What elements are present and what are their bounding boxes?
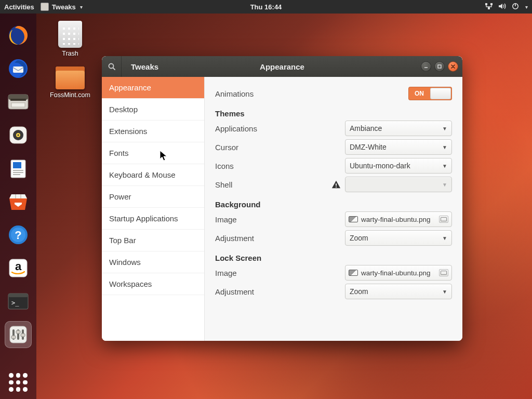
lock-image-value: warty-final-ubuntu.png [361, 269, 436, 277]
search-button[interactable] [102, 56, 122, 77]
chevron-down-icon: ▼ [442, 126, 447, 131]
cursor-label: Cursor [215, 143, 238, 152]
window-header: Appearance [260, 62, 304, 71]
animations-switch[interactable]: ON [408, 87, 452, 100]
power-icon[interactable] [512, 3, 519, 11]
window-title: Tweaks [122, 62, 158, 71]
lock-adjust-value: Zoom [350, 287, 439, 296]
volume-icon[interactable] [498, 3, 507, 11]
svg-text:>_: >_ [11, 299, 19, 307]
sidebar-item-topbar[interactable]: Top Bar [102, 230, 204, 251]
image-thumb-icon [349, 270, 358, 276]
open-file-icon [439, 216, 448, 223]
sidebar-item-workspaces[interactable]: Workspaces [102, 273, 204, 295]
dock-thunderbird[interactable] [5, 55, 32, 82]
svg-rect-35 [21, 334, 25, 337]
dock-tweaks[interactable] [5, 321, 32, 348]
svg-rect-27 [8, 294, 28, 297]
bg-adjust-value: Zoom [350, 234, 439, 242]
desktop-folder-fossmint[interactable]: FossMint.com [47, 66, 94, 99]
sidebar: Appearance Desktop Extensions Fonts Keyb… [102, 77, 205, 341]
topbar-clock[interactable]: Thu 16:44 [250, 3, 282, 11]
sidebar-item-keyboard[interactable]: Keyboard & Mouse [102, 164, 204, 186]
chevron-down-icon: ▾ [80, 4, 83, 10]
desktop-trash[interactable]: Trash [47, 21, 94, 57]
chevron-down-icon: ▼ [442, 144, 447, 150]
top-bar: Activities Tweaks ▾ Thu 16:44 ▾ [0, 0, 532, 14]
dock-firefox[interactable] [5, 22, 32, 49]
dock-software[interactable] [5, 188, 32, 215]
icons-combo[interactable]: Ubuntu-mono-dark ▼ [345, 158, 452, 174]
dock-writer[interactable] [5, 155, 32, 182]
topbar-app-menu[interactable]: Tweaks ▾ [41, 3, 83, 11]
bg-image-chooser[interactable]: warty-final-ubuntu.png [345, 211, 452, 227]
warning-icon [331, 180, 341, 189]
folder-icon [56, 66, 85, 89]
dock-files[interactable] [5, 88, 32, 115]
image-thumb-icon [349, 216, 358, 222]
activities-button[interactable]: Activities [4, 3, 34, 11]
lock-adjust-label: Adjustment [215, 287, 254, 296]
sidebar-item-appearance[interactable]: Appearance [102, 77, 204, 99]
close-button[interactable] [448, 61, 458, 72]
lock-image-chooser[interactable]: warty-final-ubuntu.png [345, 265, 452, 281]
sidebar-item-fonts[interactable]: Fonts [102, 142, 204, 164]
dock-terminal[interactable]: >_ [5, 288, 32, 315]
svg-rect-17 [13, 162, 21, 168]
cursor-value: DMZ-White [350, 143, 439, 151]
bg-image-label: Image [215, 215, 237, 224]
sidebar-item-power[interactable]: Power [102, 186, 204, 208]
topbar-app-label: Tweaks [52, 3, 76, 11]
desktop-folder-label: FossMint.com [47, 91, 94, 99]
lock-adjust-combo[interactable]: Zoom ▼ [345, 284, 452, 299]
maximize-button[interactable] [434, 61, 445, 72]
svg-rect-0 [485, 3, 487, 5]
search-icon [108, 62, 116, 71]
svg-rect-7 [13, 66, 23, 73]
dock-amazon[interactable]: a [5, 255, 32, 282]
svg-text:?: ? [15, 229, 21, 242]
window-controls [421, 61, 458, 72]
bg-adjust-label: Adjustment [215, 234, 254, 243]
bg-adjust-combo[interactable]: Zoom ▼ [345, 230, 452, 246]
chevron-down-icon: ▼ [442, 163, 447, 169]
content-pane: Animations ON Themes Applications Ambian… [205, 77, 462, 341]
chevron-down-icon: ▼ [442, 289, 447, 295]
svg-rect-33 [11, 336, 16, 339]
sidebar-item-extensions[interactable]: Extensions [102, 121, 204, 142]
lockscreen-heading: Lock Screen [215, 254, 452, 262]
sidebar-item-windows[interactable]: Windows [102, 251, 204, 273]
svg-rect-34 [16, 330, 20, 334]
tweaks-icon [41, 3, 49, 11]
sidebar-item-startup[interactable]: Startup Applications [102, 208, 204, 230]
svg-rect-4 [515, 3, 516, 6]
titlebar[interactable]: Tweaks Appearance [102, 56, 462, 77]
applications-combo[interactable]: Ambiance ▼ [345, 121, 452, 136]
tweaks-window: Tweaks Appearance Appearance Desktop Ext… [102, 56, 462, 341]
system-menu-chevron-icon[interactable]: ▾ [525, 4, 528, 10]
shell-combo: ▼ [345, 177, 452, 192]
dock-help[interactable]: ? [5, 221, 32, 248]
cursor-combo[interactable]: DMZ-White ▼ [345, 139, 452, 155]
icons-label: Icons [215, 162, 234, 170]
svg-line-37 [113, 68, 115, 70]
show-applications-button[interactable] [9, 373, 28, 392]
svg-rect-11 [11, 103, 25, 107]
svg-text:a: a [15, 260, 22, 273]
network-icon[interactable] [485, 3, 493, 11]
svg-rect-39 [438, 65, 441, 68]
bg-image-value: warty-final-ubuntu.png [361, 216, 436, 223]
switch-on-text: ON [408, 90, 430, 97]
dock-rhythmbox[interactable] [5, 122, 32, 149]
chevron-down-icon: ▼ [442, 182, 447, 188]
svg-rect-1 [490, 3, 493, 5]
trash-icon [58, 21, 82, 48]
sidebar-item-desktop[interactable]: Desktop [102, 99, 204, 121]
launcher-dock: ? a >_ [0, 14, 36, 399]
minimize-button[interactable] [421, 61, 431, 72]
desktop-trash-label: Trash [47, 50, 94, 57]
applications-value: Ambiance [350, 124, 439, 132]
svg-rect-10 [10, 99, 26, 101]
chevron-down-icon: ▼ [442, 235, 447, 241]
open-file-icon [439, 269, 448, 276]
